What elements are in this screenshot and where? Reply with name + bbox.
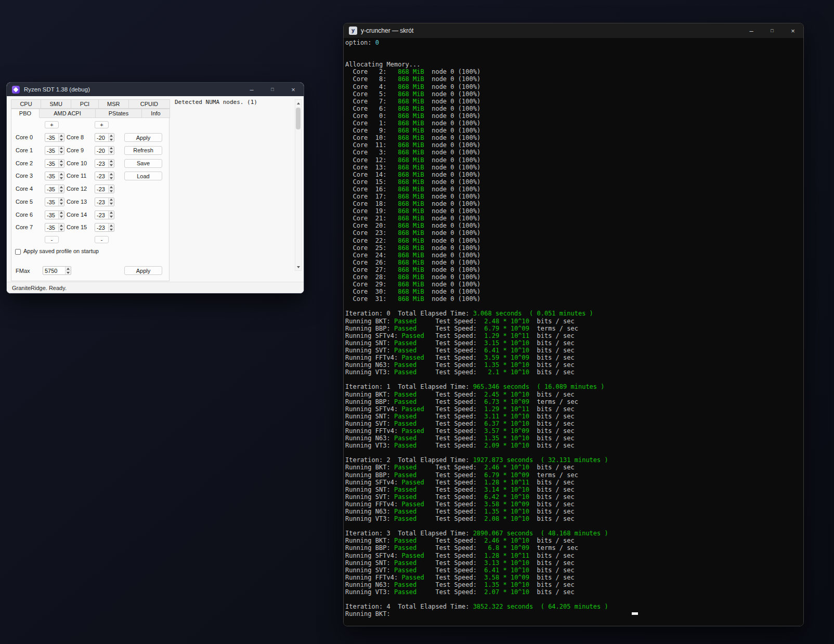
core-offset-value[interactable]: -23 xyxy=(95,211,108,219)
core-offset-value[interactable]: -35 xyxy=(45,224,58,231)
core-offset-spinner[interactable]: -20 xyxy=(95,133,114,142)
spin-down-icon[interactable] xyxy=(109,163,114,167)
tab-amd-acpi[interactable]: AMD ACPI xyxy=(39,109,96,118)
save-button[interactable]: Save xyxy=(124,159,162,168)
core-offset-value[interactable]: -35 xyxy=(45,172,58,180)
spin-up-icon[interactable] xyxy=(59,134,64,137)
spin-up-icon[interactable] xyxy=(59,172,64,176)
core-offset-spinner[interactable]: -23 xyxy=(95,185,114,193)
decrement-left-column-button[interactable]: - xyxy=(45,236,59,243)
spin-up-icon[interactable] xyxy=(109,172,114,176)
tab-cpuid[interactable]: CPUID xyxy=(128,99,170,109)
minimize-icon[interactable]: – xyxy=(741,23,762,38)
fmax-spinner[interactable]: 5750 xyxy=(43,266,71,275)
core-offset-spinner[interactable]: -23 xyxy=(95,198,114,206)
close-icon[interactable]: × xyxy=(283,83,304,96)
core-offset-spinner[interactable]: -35 xyxy=(45,223,64,232)
spin-down-icon[interactable] xyxy=(109,150,114,154)
core-offset-value[interactable]: -20 xyxy=(95,134,108,141)
refresh-button[interactable]: Refresh xyxy=(124,146,162,155)
tab-smu[interactable]: SMU xyxy=(41,99,71,109)
ryzen-titlebar[interactable]: Ryzen SDT 1.38 (debug) – □ × xyxy=(7,83,304,96)
core-offset-value[interactable]: -23 xyxy=(95,185,108,193)
spin-down-icon[interactable] xyxy=(59,150,64,154)
spin-up-icon[interactable] xyxy=(59,211,64,215)
spin-up-icon[interactable] xyxy=(109,198,114,202)
spin-up-icon[interactable] xyxy=(66,267,71,270)
spin-down-icon[interactable] xyxy=(109,227,114,231)
spin-down-icon[interactable] xyxy=(59,202,64,206)
core-offset-value[interactable]: -35 xyxy=(45,134,58,141)
spin-up-icon[interactable] xyxy=(109,134,114,137)
core-offset-spinner[interactable]: -23 xyxy=(95,159,114,168)
spin-up-icon[interactable] xyxy=(59,160,64,163)
spin-down-icon[interactable] xyxy=(59,163,64,167)
spin-up-icon[interactable] xyxy=(59,198,64,202)
core-offset-value[interactable]: -35 xyxy=(45,147,58,154)
decrement-right-column-button[interactable]: - xyxy=(95,236,109,243)
spin-down-icon[interactable] xyxy=(59,176,64,180)
scroll-up-icon[interactable] xyxy=(295,100,301,107)
spin-up-icon[interactable] xyxy=(109,224,114,227)
core-offset-value[interactable]: -23 xyxy=(95,172,108,180)
spin-down-icon[interactable] xyxy=(59,137,64,141)
fmax-apply-button[interactable]: Apply xyxy=(124,266,162,275)
close-icon[interactable]: × xyxy=(783,23,803,38)
spin-down-icon[interactable] xyxy=(109,202,114,206)
right-panel-scrollbar[interactable] xyxy=(295,99,302,271)
core-offset-spinner[interactable]: -35 xyxy=(45,172,64,180)
core-offset-spinner[interactable]: -35 xyxy=(45,159,64,168)
tab-msr[interactable]: MSR xyxy=(98,99,129,109)
spin-up-icon[interactable] xyxy=(59,147,64,150)
spin-down-icon[interactable] xyxy=(109,215,114,219)
fmax-value[interactable]: 5750 xyxy=(43,267,65,274)
core-offset-spinner[interactable]: -35 xyxy=(45,133,64,142)
core-offset-value[interactable]: -35 xyxy=(45,185,58,193)
spin-down-icon[interactable] xyxy=(66,270,71,274)
spin-up-icon[interactable] xyxy=(109,185,114,189)
core-offset-value[interactable]: -23 xyxy=(95,224,108,231)
scroll-down-icon[interactable] xyxy=(295,264,301,270)
spin-up-icon[interactable] xyxy=(59,224,64,227)
increment-right-column-button[interactable]: + xyxy=(95,121,109,128)
terminal-titlebar[interactable]: y y-cruncher — skrót – □ × xyxy=(344,23,803,38)
spin-up-icon[interactable] xyxy=(109,147,114,150)
core-offset-spinner[interactable]: -23 xyxy=(95,172,114,180)
load-button[interactable]: Load xyxy=(124,172,162,180)
spin-down-icon[interactable] xyxy=(59,215,64,219)
tab-cpu[interactable]: CPU xyxy=(11,99,41,109)
spin-down-icon[interactable] xyxy=(59,189,64,193)
core-offset-spinner[interactable]: -20 xyxy=(95,146,114,155)
core-offset-value[interactable]: -23 xyxy=(95,160,108,167)
core-offset-spinner[interactable]: -35 xyxy=(45,146,64,155)
spin-down-icon[interactable] xyxy=(109,137,114,141)
tab-pci[interactable]: PCI xyxy=(71,99,98,109)
scrollbar-thumb[interactable] xyxy=(296,108,301,129)
increment-left-column-button[interactable]: + xyxy=(45,121,59,128)
spin-up-icon[interactable] xyxy=(59,185,64,189)
minimize-icon[interactable]: – xyxy=(241,83,262,96)
core-offset-spinner[interactable]: -23 xyxy=(95,223,114,232)
tab-info[interactable]: Info xyxy=(141,109,170,118)
core-offset-spinner[interactable]: -35 xyxy=(45,211,64,219)
spin-up-icon[interactable] xyxy=(109,160,114,163)
apply-button[interactable]: Apply xyxy=(124,133,162,142)
core-offset-spinner[interactable]: -35 xyxy=(45,198,64,206)
core-offset-value[interactable]: -20 xyxy=(95,147,108,154)
core-offset-value[interactable]: -35 xyxy=(45,211,58,219)
tab-pbo[interactable]: PBO xyxy=(11,109,40,118)
core-offset-spinner[interactable]: -35 xyxy=(45,185,64,193)
maximize-icon[interactable]: □ xyxy=(762,23,783,38)
apply-saved-profile-checkbox[interactable] xyxy=(15,249,21,255)
core-offset-value[interactable]: -35 xyxy=(45,160,58,167)
spin-down-icon[interactable] xyxy=(109,189,114,193)
spin-down-icon[interactable] xyxy=(59,227,64,231)
tab-pstates[interactable]: PStates xyxy=(95,109,142,118)
core-offset-value[interactable]: -23 xyxy=(95,198,108,206)
core-offset-value[interactable]: -35 xyxy=(45,198,58,206)
maximize-icon[interactable]: □ xyxy=(262,83,283,96)
core-offset-spinner[interactable]: -23 xyxy=(95,211,114,219)
spin-up-icon[interactable] xyxy=(109,211,114,215)
spin-down-icon[interactable] xyxy=(109,176,114,180)
terminal-line: Running SVT: Passed Test Speed: 6.41 * 1… xyxy=(345,347,803,354)
